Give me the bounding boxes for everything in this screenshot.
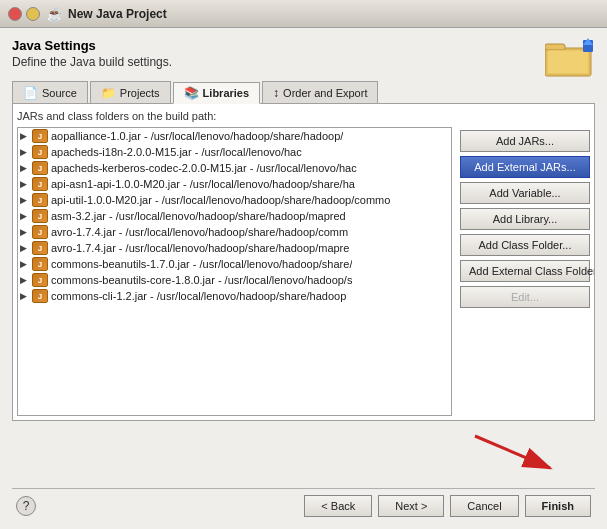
expand-icon: ▶ xyxy=(20,163,32,173)
list-item[interactable]: ▶ J avro-1.7.4.jar - /usr/local/lenovo/h… xyxy=(18,224,451,240)
jar-list[interactable]: ▶ J aopalliance-1.0.jar - /usr/local/len… xyxy=(17,127,452,416)
red-arrow xyxy=(465,426,565,476)
title-bar: ☕ New Java Project xyxy=(0,0,607,28)
arrow-area xyxy=(12,421,595,488)
jar-item-text: asm-3.2.jar - /usr/local/lenovo/hadoop/s… xyxy=(51,210,346,222)
expand-icon: ▶ xyxy=(20,147,32,157)
jar-item-text: avro-1.7.4.jar - /usr/local/lenovo/hadoo… xyxy=(51,226,348,238)
list-item[interactable]: ▶ J apacheds-kerberos-codec-2.0.0-M15.ja… xyxy=(18,160,451,176)
nav-buttons: < Back Next > Cancel Finish xyxy=(304,495,591,517)
tab-libraries-label: Libraries xyxy=(203,87,249,99)
tab-libraries[interactable]: 📚 Libraries xyxy=(173,82,260,104)
expand-icon: ▶ xyxy=(20,131,32,141)
next-button[interactable]: Next > xyxy=(378,495,444,517)
jar-item-text: avro-1.7.4.jar - /usr/local/lenovo/hadoo… xyxy=(51,242,349,254)
close-button[interactable] xyxy=(8,7,22,21)
add-variable-button[interactable]: Add Variable... xyxy=(460,182,590,204)
svg-line-6 xyxy=(475,436,550,468)
header-text: Java Settings Define the Java build sett… xyxy=(12,38,172,77)
jar-item-text: api-asn1-api-1.0.0-M20.jar - /usr/local/… xyxy=(51,178,355,190)
jar-icon: J xyxy=(32,209,48,223)
order-export-tab-icon: ↕ xyxy=(273,86,279,100)
list-item[interactable]: ▶ J api-asn1-api-1.0.0-M20.jar - /usr/lo… xyxy=(18,176,451,192)
finish-button[interactable]: Finish xyxy=(525,495,591,517)
section-desc: Define the Java build settings. xyxy=(12,55,172,69)
expand-icon: ▶ xyxy=(20,195,32,205)
jar-icon: J xyxy=(32,241,48,255)
list-item[interactable]: ▶ J apacheds-i18n-2.0.0-M15.jar - /usr/l… xyxy=(18,144,451,160)
bottom-buttons: ? < Back Next > Cancel Finish xyxy=(12,488,595,521)
tab-projects-label: Projects xyxy=(120,87,160,99)
jar-icon: J xyxy=(32,161,48,175)
jar-icon: J xyxy=(32,129,48,143)
tabs-row: 📄 Source 📁 Projects 📚 Libraries ↕ Order … xyxy=(12,81,595,104)
expand-icon: ▶ xyxy=(20,275,32,285)
content-area: JARs and class folders on the build path… xyxy=(12,104,595,421)
add-external-class-folder-button[interactable]: Add External Class Folder... xyxy=(460,260,590,282)
list-item[interactable]: ▶ J commons-cli-1.2.jar - /usr/local/len… xyxy=(18,288,451,304)
add-jars-button[interactable]: Add JARs... xyxy=(460,130,590,152)
jar-item-text: apacheds-i18n-2.0.0-M15.jar - /usr/local… xyxy=(51,146,302,158)
bottom-area: ? < Back Next > Cancel Finish xyxy=(12,421,595,521)
expand-icon: ▶ xyxy=(20,291,32,301)
main-content: Java Settings Define the Java build sett… xyxy=(0,28,607,529)
help-button[interactable]: ? xyxy=(16,496,36,516)
jar-list-section: JARs and class folders on the build path… xyxy=(17,108,452,416)
expand-icon: ▶ xyxy=(20,179,32,189)
window-title: New Java Project xyxy=(68,7,167,21)
list-item[interactable]: ▶ J api-util-1.0.0-M20.jar - /usr/local/… xyxy=(18,192,451,208)
jar-icon: J xyxy=(32,193,48,207)
tab-order-export-label: Order and Export xyxy=(283,87,367,99)
jar-icon: J xyxy=(32,257,48,271)
minimize-button[interactable] xyxy=(26,7,40,21)
list-item[interactable]: ▶ J aopalliance-1.0.jar - /usr/local/len… xyxy=(18,128,451,144)
header-row: Java Settings Define the Java build sett… xyxy=(12,38,595,81)
cancel-button[interactable]: Cancel xyxy=(450,495,518,517)
window-icon: ☕ xyxy=(46,6,62,22)
jar-item-text: aopalliance-1.0.jar - /usr/local/lenovo/… xyxy=(51,130,343,142)
add-library-button[interactable]: Add Library... xyxy=(460,208,590,230)
window-controls[interactable] xyxy=(8,7,40,21)
edit-button[interactable]: Edit... xyxy=(460,286,590,308)
svg-rect-1 xyxy=(545,44,565,50)
jar-item-text: commons-beanutils-1.7.0.jar - /usr/local… xyxy=(51,258,352,270)
jar-icon: J xyxy=(32,273,48,287)
tab-source[interactable]: 📄 Source xyxy=(12,81,88,103)
libraries-tab-icon: 📚 xyxy=(184,86,199,100)
jar-icon: J xyxy=(32,225,48,239)
jar-icon: J xyxy=(32,289,48,303)
jar-icon: J xyxy=(32,145,48,159)
expand-icon: ▶ xyxy=(20,211,32,221)
svg-rect-2 xyxy=(547,50,589,74)
back-button[interactable]: < Back xyxy=(304,495,372,517)
tab-source-label: Source xyxy=(42,87,77,99)
list-item[interactable]: ▶ J avro-1.7.4.jar - /usr/local/lenovo/h… xyxy=(18,240,451,256)
expand-icon: ▶ xyxy=(20,243,32,253)
folder-icon xyxy=(545,38,595,78)
jar-list-label: JARs and class folders on the build path… xyxy=(17,108,452,124)
expand-icon: ▶ xyxy=(20,227,32,237)
list-item[interactable]: ▶ J commons-beanutils-core-1.8.0.jar - /… xyxy=(18,272,451,288)
folder-icon-area xyxy=(545,38,595,81)
list-item[interactable]: ▶ J asm-3.2.jar - /usr/local/lenovo/hado… xyxy=(18,208,451,224)
projects-tab-icon: 📁 xyxy=(101,86,116,100)
jar-item-text: api-util-1.0.0-M20.jar - /usr/local/leno… xyxy=(51,194,390,206)
add-external-jars-button[interactable]: Add External JARs... xyxy=(460,156,590,178)
expand-icon: ▶ xyxy=(20,259,32,269)
section-title: Java Settings xyxy=(12,38,172,53)
add-class-folder-button[interactable]: Add Class Folder... xyxy=(460,234,590,256)
jar-item-text: commons-beanutils-core-1.8.0.jar - /usr/… xyxy=(51,274,352,286)
buttons-section: Add JARs... Add External JARs... Add Var… xyxy=(460,108,590,416)
jar-item-text: commons-cli-1.2.jar - /usr/local/lenovo/… xyxy=(51,290,346,302)
jar-icon: J xyxy=(32,177,48,191)
jar-item-text: apacheds-kerberos-codec-2.0.0-M15.jar - … xyxy=(51,162,357,174)
tab-order-export[interactable]: ↕ Order and Export xyxy=(262,81,378,103)
tab-projects[interactable]: 📁 Projects xyxy=(90,81,171,103)
list-item[interactable]: ▶ J commons-beanutils-1.7.0.jar - /usr/l… xyxy=(18,256,451,272)
source-tab-icon: 📄 xyxy=(23,86,38,100)
